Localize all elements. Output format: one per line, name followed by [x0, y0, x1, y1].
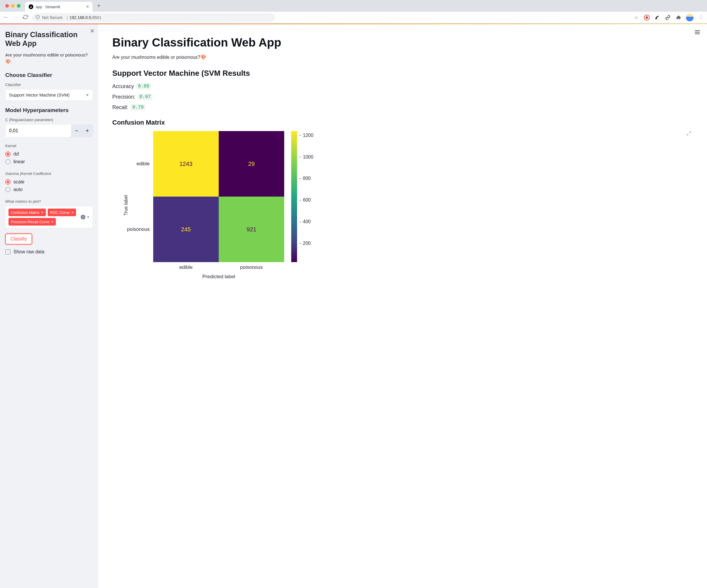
tab-close-icon[interactable]: × — [86, 4, 89, 9]
heatmap-row-label: edible — [127, 131, 153, 197]
metrics-tag-label: ROC Curve — [50, 210, 70, 215]
multiselect-clear-icon[interactable]: × — [81, 215, 86, 219]
metrics-multiselect[interactable]: Confusion Matrix×ROC Curve×Precision-Rec… — [5, 206, 93, 228]
svg-text:!: ! — [37, 16, 38, 18]
tag-remove-icon[interactable]: × — [71, 210, 74, 215]
recall-label: Recall: — [112, 104, 128, 110]
reload-button[interactable] — [23, 14, 28, 21]
new-tab-button[interactable]: + — [95, 3, 103, 9]
plot-ylabel: True label — [124, 195, 129, 216]
radio-icon — [5, 152, 10, 157]
heatmap-row-label: poisonous — [127, 197, 153, 262]
heatmap-cell: 921 — [219, 197, 284, 262]
metrics-tag: Precision-Recall Curve× — [8, 218, 56, 226]
colorbar-tick: 600 — [299, 197, 311, 203]
metrics-tag: Confusion Matrix× — [8, 208, 46, 216]
precision-metric: Precision: 0.97 — [112, 94, 693, 100]
accuracy-label: Accuracy — [112, 84, 134, 90]
streamlit-app: × Binary Classification Web App Are your… — [0, 24, 707, 588]
page-subtitle: Are your mushrooms edible or poisonous?🍄 — [112, 55, 693, 60]
kernel-option-label: rbf — [13, 152, 19, 157]
main-content: Binary Classification Web App Are your m… — [98, 24, 707, 588]
kernel-radio-group: rbflinear — [5, 150, 93, 166]
extension-adblock-icon[interactable] — [644, 14, 650, 21]
radio-icon — [5, 187, 10, 192]
address-bar[interactable]: ! Not Secure | 192.168.0.5:8501 — [32, 13, 275, 22]
sidebar-subtitle: Are your mushrooms edible or poisonous?🍄 — [5, 52, 93, 65]
plot-expand-icon[interactable] — [686, 131, 691, 137]
colorbar-tick: 1200 — [299, 133, 313, 138]
window-maximize-button[interactable] — [17, 4, 21, 8]
classify-button[interactable]: Classfiy — [5, 233, 32, 244]
heatmap-col-label: poisonous — [219, 262, 284, 271]
colorbar-tick: 400 — [299, 219, 311, 224]
precision-label: Precision: — [112, 94, 135, 100]
not-secure-label: Not Secure — [42, 15, 63, 20]
gamma-option-label: scale — [13, 179, 24, 185]
precision-value: 0.97 — [138, 94, 152, 100]
gamma-option-scale[interactable]: scale — [5, 178, 93, 186]
window-close-button[interactable] — [5, 4, 9, 8]
browser-menu-icon[interactable]: ⋮ — [698, 14, 704, 21]
heatmap-cell: 29 — [219, 131, 284, 197]
recall-metric: Recall: 0.79 — [112, 104, 693, 110]
metrics-tag-label: Confusion Matrix — [11, 210, 39, 215]
c-label: C (Regularizaion parameter) — [5, 118, 93, 122]
window-minimize-button[interactable] — [11, 4, 14, 8]
show-raw-data-label: Show raw data — [13, 249, 44, 255]
page-title: Binary Classification Web App — [112, 36, 693, 49]
forward-button[interactable]: → — [13, 14, 19, 21]
extension-link-icon[interactable] — [665, 14, 671, 21]
browser-tab-bar: app · Streamlit × + — [0, 0, 707, 12]
extensions-icon[interactable] — [675, 14, 681, 21]
tag-remove-icon[interactable]: × — [41, 210, 43, 215]
tag-remove-icon[interactable]: × — [51, 219, 54, 224]
browser-tab[interactable]: app · Streamlit × — [25, 2, 92, 12]
chevron-down-icon[interactable]: ▼ — [87, 215, 90, 219]
colorbar-tick: 1000 — [299, 155, 313, 160]
not-secure-icon: ! — [36, 15, 40, 20]
colorbar-tick: 800 — [299, 176, 311, 181]
sidebar-title: Binary Classification Web App — [5, 30, 93, 48]
show-raw-data-checkbox[interactable]: Show raw data — [5, 249, 93, 255]
gamma-label: Gamma (Kernel Coefficient — [5, 171, 93, 176]
colorbar: 12001000800600400200 — [291, 131, 314, 262]
kernel-option-label: linear — [13, 159, 25, 164]
heatmap-cell: 245 — [153, 197, 219, 262]
c-decrement-button[interactable]: − — [71, 125, 82, 137]
bookmark-star-icon[interactable]: ☆ — [633, 14, 639, 21]
c-number-input: − + — [5, 124, 93, 137]
kernel-label: Kernel — [5, 144, 93, 148]
chevron-down-icon: ▼ — [86, 93, 89, 97]
hamburger-menu-icon[interactable] — [694, 29, 701, 37]
c-input-field[interactable] — [6, 125, 71, 137]
c-increment-button[interactable]: + — [82, 125, 93, 137]
back-button[interactable]: ← — [3, 14, 9, 21]
gamma-option-auto[interactable]: auto — [5, 186, 93, 193]
heatmap-grid: edible124329poisonous245921ediblepoisono… — [127, 131, 284, 271]
sidebar-close-icon[interactable]: × — [90, 27, 94, 35]
checkbox-icon — [5, 249, 10, 255]
profile-avatar[interactable] — [686, 14, 694, 21]
classifier-value: Support Vector Machine (SVM) — [9, 92, 70, 97]
browser-toolbar: ← → ! Not Secure | 192.168.0.5:8501 ☆ ⋮ — [0, 12, 707, 23]
results-header: Support Vector Machine (SVM Results — [112, 69, 693, 78]
streamlit-favicon — [29, 4, 33, 9]
tab-title: app · Streamlit — [36, 5, 84, 9]
browser-chrome: app · Streamlit × + ← → ! Not Secure | 1… — [0, 0, 707, 24]
extension-bird-icon[interactable] — [654, 14, 660, 21]
confusion-matrix-header: Confusion Matrix — [112, 119, 693, 126]
recall-value: 0.79 — [131, 104, 145, 110]
accuracy-metric: Accuracy 0.89 — [112, 83, 693, 90]
address-port: :8501 — [91, 15, 101, 20]
metrics-tag: ROC Curve× — [48, 208, 76, 216]
kernel-option-linear[interactable]: linear — [5, 158, 93, 166]
kernel-option-rbf[interactable]: rbf — [5, 150, 93, 158]
classifier-select[interactable]: Support Vector Machine (SVM) ▼ — [5, 89, 93, 101]
address-host: 192.168.0.5 — [70, 15, 91, 20]
colorbar-tick: 200 — [299, 241, 311, 246]
classifier-label: Classifier — [5, 83, 93, 87]
radio-icon — [5, 179, 10, 185]
gamma-radio-group: scaleauto — [5, 178, 93, 193]
hyperparameters-header: Model Hyperparameters — [5, 107, 93, 113]
